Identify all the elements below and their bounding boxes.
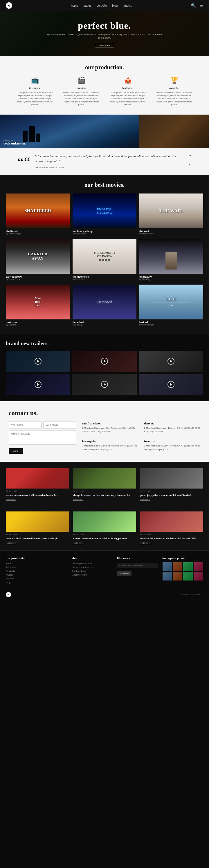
- nav-links: home pages portfolio blog landing: [71, 4, 132, 7]
- news-readmore-1[interactable]: read here >: [6, 498, 69, 500]
- search-icon[interactable]: 🔍: [191, 3, 196, 8]
- nav-portfolio[interactable]: portfolio: [97, 4, 107, 7]
- contact-email-input[interactable]: [43, 422, 76, 429]
- contact-loc-denver-text: 2 Madrison Street Way Denver, CO +1 (123…: [144, 427, 200, 434]
- trailers-section: brand new trailers.: [0, 334, 209, 401]
- play-button-4[interactable]: [34, 381, 41, 388]
- play-triangle-2: [103, 360, 106, 363]
- footer-insta-5[interactable]: [162, 572, 172, 581]
- movie-info-detached: detached. by Frank B.: [72, 319, 137, 327]
- movie-name-endless: endless cycling.: [72, 230, 137, 232]
- trailer-card-1[interactable]: [6, 351, 70, 372]
- trailer-card-6[interactable]: [139, 374, 203, 395]
- footer-link-awards[interactable]: Awards: [6, 574, 67, 576]
- footer-insta-6[interactable]: [173, 572, 182, 581]
- footer-insta-8[interactable]: [193, 572, 203, 581]
- play-button-3[interactable]: [168, 358, 175, 365]
- footer-link-create[interactable]: Create your feature: [72, 562, 112, 565]
- blog-readmore-2[interactable]: read here >: [73, 542, 137, 544]
- nav-landing[interactable]: landing: [123, 4, 132, 7]
- footer-link-films[interactable]: Films: [6, 562, 67, 565]
- movie-card-wait[interactable]: THE WAIT. the wait. by Frank Moore: [139, 193, 203, 236]
- footer-about: about. Create your feature Discover the …: [72, 557, 112, 585]
- movie-card-beauty[interactable]: on beauty. by Ben Hugo: [139, 239, 203, 282]
- trailer-card-3[interactable]: [139, 351, 203, 372]
- footer-logo[interactable]: M: [6, 592, 11, 597]
- contact-loc-la-text: 2 Madrison Street Way Los Angeles, CA +1…: [82, 444, 139, 452]
- footer-insta-4[interactable]: [193, 562, 203, 571]
- movie-card-shattered[interactable]: SHATTERED shattered. by Victor Corgan: [6, 193, 70, 236]
- trailer-card-4[interactable]: [6, 374, 70, 395]
- movie-card-carried[interactable]: CARRIEDAWAY carried away. by Henry Carey: [6, 239, 70, 282]
- footer-logo-text: M: [7, 593, 9, 596]
- footer-newsletter-input[interactable]: [117, 563, 158, 568]
- footer-subscribe-button[interactable]: subscribe: [117, 571, 131, 576]
- movie-director-geometry: by Victor Moore: [72, 278, 137, 280]
- blog-headline-1: leitmotif 2019 women directors: meet nad…: [6, 537, 69, 540]
- menu-icon[interactable]: ☰: [200, 3, 203, 8]
- contact-loc-la: los angeles. 2 Madrison Street Way Los A…: [82, 439, 139, 454]
- movie-card-nextdoor[interactable]: ManBestdoor next door. by Morrison: [6, 285, 70, 327]
- logo-text: M: [7, 4, 10, 7]
- prod-festivals-text: Lorem ipsum dolor sit amet, consectetur …: [109, 91, 147, 106]
- news-image-1: [6, 468, 69, 489]
- footer-insta-1[interactable]: [162, 562, 172, 571]
- blog-date-1: 22. 09. 2019: [6, 533, 69, 535]
- blog-grid: 22. 09. 2019 leitmotif 2019 women direct…: [6, 512, 203, 544]
- blog-readmore-1[interactable]: read here >: [6, 542, 69, 544]
- trailers-title: brand new trailers.: [6, 341, 203, 347]
- footer-link-blog[interactable]: Blog: [6, 581, 67, 584]
- prod-tv-text: Lorem ipsum dolor sit amet, consectetur …: [16, 91, 54, 106]
- footer-link-tvshows[interactable]: TV Shows: [6, 566, 67, 568]
- contact-loc-la-title: los angeles.: [82, 439, 139, 443]
- footer-insta-7[interactable]: [183, 572, 193, 581]
- footer-link-process[interactable]: Discover the Process: [72, 566, 112, 568]
- contact-name-input[interactable]: [9, 422, 41, 429]
- footer-insta-2[interactable]: [173, 562, 182, 571]
- play-button-1[interactable]: [34, 358, 41, 365]
- nav-home[interactable]: home: [71, 4, 78, 7]
- nav-blog[interactable]: blog: [112, 4, 118, 7]
- quote-prev-button[interactable]: ⌃: [188, 154, 191, 159]
- footer-insta-3[interactable]: [183, 562, 193, 571]
- footer-link-portfolio[interactable]: Portfolio: [6, 577, 67, 580]
- contact-loc-denver-title: denver.: [144, 422, 200, 425]
- movie-card-geometry[interactable]: THE GEOMETRYOF PASTA the geometry. by Vi…: [72, 239, 137, 282]
- movie-director-beauty: by Ben Hugo: [139, 278, 203, 280]
- contact-message-input[interactable]: [9, 430, 76, 445]
- trailer-card-5[interactable]: [72, 374, 137, 395]
- nav-logo[interactable]: M: [6, 2, 12, 9]
- quote-next-button[interactable]: ⌄: [188, 160, 191, 166]
- footer-link-festivals[interactable]: Festivals: [6, 570, 67, 572]
- quote-section: ““ "Ut enim ad minim amet, consectetur a…: [0, 148, 209, 175]
- footer-link-locations[interactable]: Our Locations: [72, 570, 112, 572]
- news-readmore-2[interactable]: read here >: [73, 498, 137, 500]
- trailer-card-2[interactable]: [72, 351, 137, 372]
- contact-locations-2: denver. 2 Madrison Street Way Denver, CO…: [144, 422, 200, 454]
- footer-link-team[interactable]: Meet the Team: [72, 574, 112, 576]
- news-readmore-3[interactable]: read here >: [140, 498, 203, 500]
- prod-item-tv: 📺 tv shows. Lorem ipsum dolor sit amet, …: [16, 76, 54, 106]
- movie-director-endless: by Victor Viera: [72, 232, 137, 235]
- movie-name-beauty: on beauty.: [139, 275, 203, 278]
- contact-submit-button[interactable]: send: [9, 448, 23, 454]
- movie-card-lostark[interactable]: LOST ARK lost ark. by Kelly Morgan: [139, 285, 203, 327]
- movie-name-carried: carried away.: [6, 275, 70, 278]
- prod-awards-label: awards.: [155, 87, 193, 90]
- movie-card-detached[interactable]: Detached detached. by Frank B.: [72, 285, 137, 327]
- play-button-6[interactable]: [168, 381, 175, 388]
- play-button-5[interactable]: [101, 381, 108, 388]
- contact-loc-toronto-text: 2 Madrison Street Way Toronto, CA +1 (12…: [144, 444, 200, 452]
- prod-item-festivals: 🎪 festivals. Lorem ipsum dolor sit amet,…: [109, 76, 147, 106]
- footer-film-news-title: film news.: [117, 557, 158, 560]
- movie-info-wait: the wait. by Frank Moore: [139, 228, 203, 236]
- play-button-2[interactable]: [101, 358, 108, 365]
- prod-movies-label: movies.: [62, 87, 100, 90]
- movie-card-endless[interactable]: ENDLESSCYCLING endless cycling. by Victo…: [72, 193, 137, 236]
- blog-readmore-3[interactable]: read here >: [140, 542, 203, 544]
- hero-cta-button[interactable]: read more: [95, 43, 114, 48]
- movie-info-nextdoor: next door. by Morrison: [6, 319, 70, 327]
- movie-director-shattered: by Victor Corgan: [6, 232, 70, 235]
- nav-pages[interactable]: pages: [84, 4, 91, 7]
- contact-loc-sf: san francisco. 2 Madrison Street Way San…: [82, 422, 139, 436]
